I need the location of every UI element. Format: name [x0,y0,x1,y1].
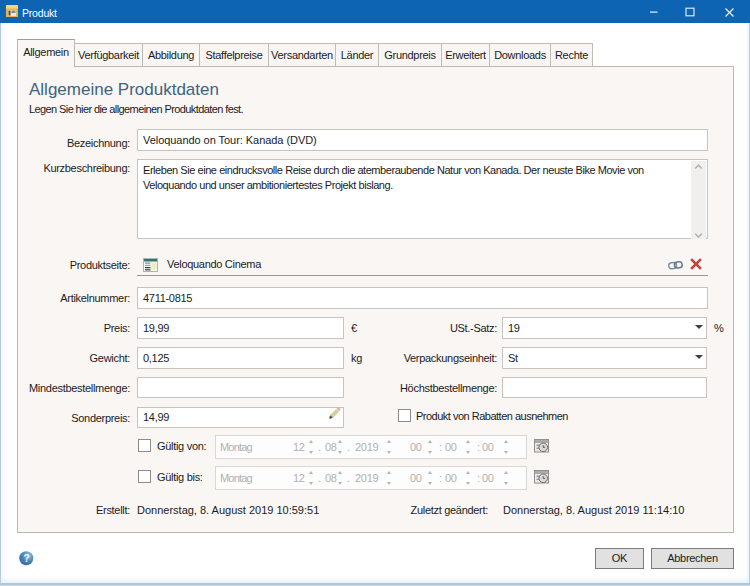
svg-text:?: ? [23,553,29,564]
